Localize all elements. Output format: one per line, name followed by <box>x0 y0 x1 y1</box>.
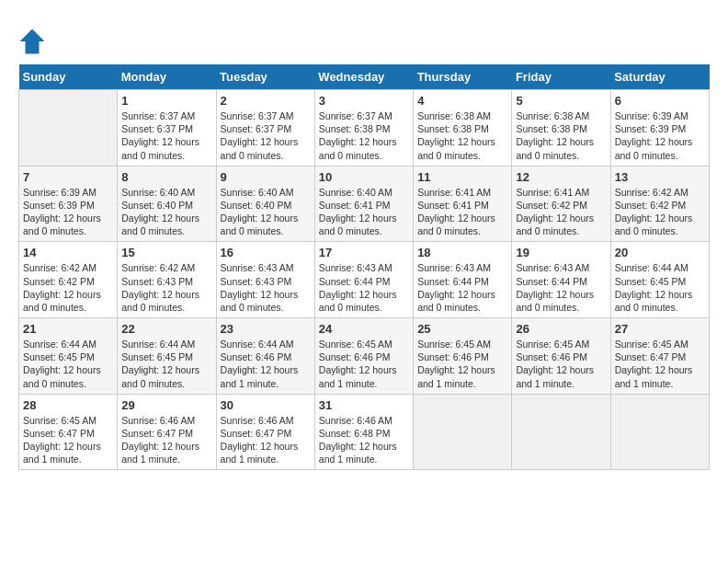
calendar-cell: 27Sunrise: 6:45 AM Sunset: 6:47 PM Dayli… <box>610 318 709 395</box>
calendar-cell: 14Sunrise: 6:42 AM Sunset: 6:42 PM Dayli… <box>19 242 118 318</box>
calendar-table: SundayMondayTuesdayWednesdayThursdayFrid… <box>18 64 710 470</box>
calendar-cell: 23Sunrise: 6:44 AM Sunset: 6:46 PM Dayli… <box>216 318 314 395</box>
day-info: Sunrise: 6:43 AM Sunset: 6:44 PM Dayligh… <box>319 261 409 314</box>
day-number: 6 <box>615 94 705 108</box>
calendar-cell: 13Sunrise: 6:42 AM Sunset: 6:42 PM Dayli… <box>610 166 709 242</box>
day-info: Sunrise: 6:38 AM Sunset: 6:38 PM Dayligh… <box>516 109 606 162</box>
day-number: 23 <box>221 322 311 336</box>
calendar-cell: 20Sunrise: 6:44 AM Sunset: 6:45 PM Dayli… <box>610 242 709 318</box>
day-number: 28 <box>23 398 113 412</box>
day-number: 14 <box>23 246 113 259</box>
day-info: Sunrise: 6:45 AM Sunset: 6:46 PM Dayligh… <box>319 338 409 390</box>
calendar-cell: 4Sunrise: 6:38 AM Sunset: 6:38 PM Daylig… <box>414 90 512 167</box>
svg-marker-0 <box>20 29 45 54</box>
calendar-cell: 15Sunrise: 6:42 AM Sunset: 6:43 PM Dayli… <box>118 242 216 318</box>
day-number: 5 <box>516 94 606 108</box>
logo-icon <box>18 28 46 55</box>
calendar-cell: 28Sunrise: 6:45 AM Sunset: 6:47 PM Dayli… <box>19 394 118 470</box>
day-info: Sunrise: 6:39 AM Sunset: 6:39 PM Dayligh… <box>23 186 113 238</box>
day-number: 16 <box>221 246 311 259</box>
calendar-cell: 5Sunrise: 6:38 AM Sunset: 6:38 PM Daylig… <box>512 90 610 167</box>
calendar-cell: 2Sunrise: 6:37 AM Sunset: 6:37 PM Daylig… <box>216 90 314 167</box>
day-info: Sunrise: 6:44 AM Sunset: 6:45 PM Dayligh… <box>615 261 705 314</box>
calendar-cell: 19Sunrise: 6:43 AM Sunset: 6:44 PM Dayli… <box>512 242 610 318</box>
day-number: 12 <box>516 170 606 184</box>
calendar-header-row: SundayMondayTuesdayWednesdayThursdayFrid… <box>19 64 710 90</box>
calendar-cell: 6Sunrise: 6:39 AM Sunset: 6:39 PM Daylig… <box>610 90 709 167</box>
day-number: 9 <box>221 170 311 184</box>
day-number: 3 <box>319 94 409 108</box>
calendar-cell: 26Sunrise: 6:45 AM Sunset: 6:46 PM Dayli… <box>512 318 610 395</box>
day-number: 24 <box>319 322 409 336</box>
day-info: Sunrise: 6:43 AM Sunset: 6:43 PM Dayligh… <box>221 261 311 314</box>
calendar-cell: 12Sunrise: 6:41 AM Sunset: 6:42 PM Dayli… <box>512 166 610 242</box>
day-info: Sunrise: 6:37 AM Sunset: 6:38 PM Dayligh… <box>319 109 409 162</box>
day-number: 26 <box>516 322 606 336</box>
day-info: Sunrise: 6:45 AM Sunset: 6:46 PM Dayligh… <box>516 338 606 390</box>
calendar-header-wednesday: Wednesday <box>314 64 413 90</box>
day-number: 29 <box>121 398 211 412</box>
calendar-header-saturday: Saturday <box>610 64 709 90</box>
day-info: Sunrise: 6:44 AM Sunset: 6:46 PM Dayligh… <box>221 338 311 390</box>
day-info: Sunrise: 6:43 AM Sunset: 6:44 PM Dayligh… <box>417 261 507 314</box>
calendar-header-thursday: Thursday <box>414 64 512 90</box>
day-number: 10 <box>319 170 409 184</box>
day-number: 21 <box>23 322 113 336</box>
calendar-cell: 21Sunrise: 6:44 AM Sunset: 6:45 PM Dayli… <box>19 318 118 395</box>
day-info: Sunrise: 6:46 AM Sunset: 6:47 PM Dayligh… <box>221 414 311 466</box>
calendar-cell: 29Sunrise: 6:46 AM Sunset: 6:47 PM Dayli… <box>118 394 216 470</box>
day-info: Sunrise: 6:42 AM Sunset: 6:42 PM Dayligh… <box>23 261 113 314</box>
day-info: Sunrise: 6:40 AM Sunset: 6:41 PM Dayligh… <box>319 186 409 238</box>
calendar-cell <box>19 90 118 167</box>
calendar-cell: 1Sunrise: 6:37 AM Sunset: 6:37 PM Daylig… <box>118 90 216 167</box>
day-info: Sunrise: 6:42 AM Sunset: 6:42 PM Dayligh… <box>615 186 705 238</box>
calendar-cell: 17Sunrise: 6:43 AM Sunset: 6:44 PM Dayli… <box>314 242 413 318</box>
calendar-cell: 11Sunrise: 6:41 AM Sunset: 6:41 PM Dayli… <box>414 166 512 242</box>
page-header <box>18 18 710 55</box>
day-number: 25 <box>417 322 507 336</box>
calendar-cell: 8Sunrise: 6:40 AM Sunset: 6:40 PM Daylig… <box>118 166 216 242</box>
calendar-cell: 16Sunrise: 6:43 AM Sunset: 6:43 PM Dayli… <box>216 242 314 318</box>
day-number: 8 <box>121 170 211 184</box>
day-info: Sunrise: 6:41 AM Sunset: 6:42 PM Dayligh… <box>516 186 606 238</box>
day-number: 15 <box>121 246 211 259</box>
day-info: Sunrise: 6:38 AM Sunset: 6:38 PM Dayligh… <box>417 109 507 162</box>
calendar-cell <box>512 394 610 470</box>
day-info: Sunrise: 6:45 AM Sunset: 6:47 PM Dayligh… <box>615 338 705 390</box>
day-info: Sunrise: 6:37 AM Sunset: 6:37 PM Dayligh… <box>221 109 311 162</box>
calendar-cell: 31Sunrise: 6:46 AM Sunset: 6:48 PM Dayli… <box>314 394 413 470</box>
day-number: 7 <box>23 170 113 184</box>
day-number: 27 <box>615 322 705 336</box>
day-info: Sunrise: 6:37 AM Sunset: 6:37 PM Dayligh… <box>121 109 211 162</box>
day-number: 4 <box>417 94 507 108</box>
day-number: 2 <box>221 94 311 108</box>
calendar-cell: 3Sunrise: 6:37 AM Sunset: 6:38 PM Daylig… <box>314 90 413 167</box>
day-info: Sunrise: 6:41 AM Sunset: 6:41 PM Dayligh… <box>417 186 507 238</box>
day-number: 13 <box>615 170 705 184</box>
day-info: Sunrise: 6:44 AM Sunset: 6:45 PM Dayligh… <box>23 338 113 390</box>
calendar-header-tuesday: Tuesday <box>216 64 314 90</box>
day-info: Sunrise: 6:45 AM Sunset: 6:47 PM Dayligh… <box>23 414 113 466</box>
day-info: Sunrise: 6:40 AM Sunset: 6:40 PM Dayligh… <box>121 186 211 238</box>
calendar-cell: 18Sunrise: 6:43 AM Sunset: 6:44 PM Dayli… <box>414 242 512 318</box>
day-info: Sunrise: 6:44 AM Sunset: 6:45 PM Dayligh… <box>121 338 211 390</box>
day-number: 31 <box>319 398 409 412</box>
calendar-week-row: 28Sunrise: 6:45 AM Sunset: 6:47 PM Dayli… <box>19 394 710 470</box>
day-number: 1 <box>121 94 211 108</box>
calendar-cell <box>610 394 709 470</box>
calendar-cell: 24Sunrise: 6:45 AM Sunset: 6:46 PM Dayli… <box>314 318 413 395</box>
calendar-cell <box>414 394 512 470</box>
day-info: Sunrise: 6:39 AM Sunset: 6:39 PM Dayligh… <box>615 109 705 162</box>
calendar-header-monday: Monday <box>118 64 216 90</box>
calendar-cell: 10Sunrise: 6:40 AM Sunset: 6:41 PM Dayli… <box>314 166 413 242</box>
day-number: 19 <box>516 246 606 259</box>
day-info: Sunrise: 6:42 AM Sunset: 6:43 PM Dayligh… <box>121 261 211 314</box>
calendar-header-friday: Friday <box>512 64 610 90</box>
calendar-week-row: 21Sunrise: 6:44 AM Sunset: 6:45 PM Dayli… <box>19 318 710 395</box>
day-info: Sunrise: 6:43 AM Sunset: 6:44 PM Dayligh… <box>516 261 606 314</box>
logo <box>18 28 50 55</box>
day-number: 11 <box>417 170 507 184</box>
day-info: Sunrise: 6:40 AM Sunset: 6:40 PM Dayligh… <box>221 186 311 238</box>
day-info: Sunrise: 6:45 AM Sunset: 6:46 PM Dayligh… <box>417 338 507 390</box>
calendar-cell: 22Sunrise: 6:44 AM Sunset: 6:45 PM Dayli… <box>118 318 216 395</box>
